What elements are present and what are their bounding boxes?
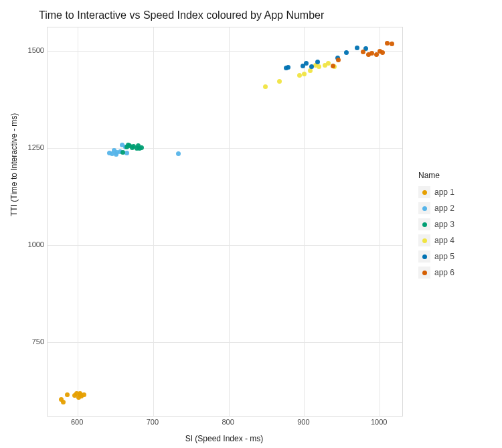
legend-title: Name xyxy=(418,171,454,180)
y-tick-label: 1250 xyxy=(20,143,44,151)
data-point xyxy=(61,400,66,404)
x-axis-label: SI (Speed Index - ms) xyxy=(47,434,402,443)
x-tick-label: 800 xyxy=(215,418,242,426)
data-point xyxy=(336,58,341,62)
data-point xyxy=(176,151,181,156)
data-point xyxy=(309,64,314,69)
data-point xyxy=(385,41,390,46)
scatter-chart: Time to Interactive vs Speed Index colou… xyxy=(0,0,502,448)
x-tick-label: 1000 xyxy=(365,418,392,426)
legend-label: app 1 xyxy=(434,188,454,197)
plot-area xyxy=(47,27,403,417)
y-tick-label: 750 xyxy=(20,338,44,346)
chart-title: Time to Interactive vs Speed Index colou… xyxy=(39,9,324,21)
data-point xyxy=(65,392,70,397)
data-point xyxy=(355,46,359,50)
y-axis-label: TTI (Time to Interactive - ms) xyxy=(9,113,19,216)
data-point xyxy=(304,61,309,66)
legend-swatch xyxy=(418,267,430,279)
legend-swatch xyxy=(418,202,430,214)
data-point xyxy=(139,145,144,150)
legend-swatch xyxy=(418,186,430,198)
x-tick-label: 600 xyxy=(64,418,90,426)
legend-swatch xyxy=(418,250,430,263)
data-point xyxy=(331,64,335,68)
data-point xyxy=(277,79,282,84)
data-point xyxy=(317,64,321,69)
legend-label: app 4 xyxy=(434,236,454,245)
data-point xyxy=(344,50,349,55)
data-point xyxy=(390,42,394,46)
legend-label: app 3 xyxy=(434,220,454,229)
x-tick-label: 900 xyxy=(290,418,317,426)
data-point xyxy=(315,60,320,64)
legend-swatch xyxy=(418,234,430,246)
legend-item: app 3 xyxy=(418,218,454,231)
legend-label: app 6 xyxy=(434,268,454,277)
data-point xyxy=(308,68,313,73)
legend-label: app 2 xyxy=(434,204,454,213)
x-tick-label: 700 xyxy=(139,418,166,426)
data-point xyxy=(263,84,268,89)
legend-item: app 6 xyxy=(418,266,454,279)
legend: Name app 1app 2app 3app 4app 5app 6 xyxy=(418,171,454,282)
data-point xyxy=(302,72,307,76)
legend-item: app 1 xyxy=(418,185,454,199)
data-point xyxy=(380,50,385,55)
legend-swatch xyxy=(418,218,430,230)
data-point xyxy=(286,65,290,70)
data-point xyxy=(326,61,331,66)
legend-item: app 5 xyxy=(418,250,454,263)
legend-item: app 2 xyxy=(418,202,454,215)
data-point xyxy=(361,50,365,54)
data-point xyxy=(82,392,86,397)
y-tick-label: 1000 xyxy=(20,240,44,248)
legend-item: app 4 xyxy=(418,234,454,247)
y-tick-label: 1500 xyxy=(20,46,44,54)
legend-label: app 5 xyxy=(434,252,454,261)
